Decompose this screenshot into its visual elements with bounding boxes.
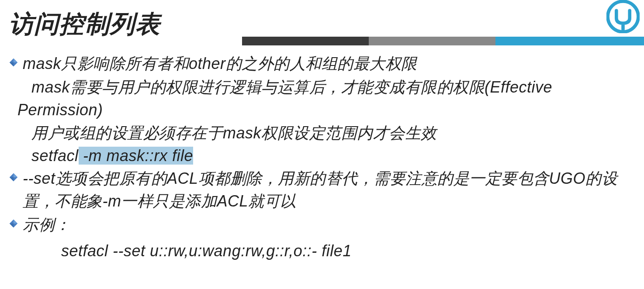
slide-container: 访问控制列表 mask只影响除所有者和other的之外的人和组的最大权限	[0, 0, 644, 289]
bar-dark	[242, 37, 369, 45]
svg-marker-2	[14, 58, 17, 62]
page-title: 访问控制列表	[9, 8, 161, 41]
header: 访问控制列表	[0, 0, 644, 48]
bullet-1-sub-d: setfacl -m mask::rx file	[31, 144, 635, 167]
setfacl-cmd-prefix: setfacl	[31, 147, 79, 165]
diamond-icon	[9, 219, 18, 228]
bullet-1-text: mask只影响除所有者和other的之外的人和组的最大权限	[23, 52, 417, 75]
bullet-item-1: mask只影响除所有者和other的之外的人和组的最大权限	[9, 52, 635, 75]
bullet-2-text: --set选项会把原有的ACL项都删除，用新的替代，需要注意的是一定要包含UGO…	[23, 167, 635, 213]
bullet-1-sub-b: Permission)	[17, 99, 635, 121]
svg-marker-6	[10, 177, 14, 181]
svg-marker-3	[10, 62, 14, 66]
bar-mid	[369, 37, 495, 45]
divider-bars	[242, 37, 644, 45]
svg-marker-8	[14, 220, 17, 224]
svg-marker-9	[10, 224, 14, 227]
bullet-1-sub-c: 用户或组的设置必须存在于mask权限设定范围内才会生效	[31, 122, 635, 144]
bullet-3-code: setfacl --set u::rw,u:wang:rw,g::r,o::- …	[61, 237, 635, 264]
content: mask只影响除所有者和other的之外的人和组的最大权限 mask需要与用户的…	[0, 48, 644, 264]
bullet-3-label: 示例：	[23, 213, 71, 236]
logo-icon	[606, 0, 640, 33]
bullet-item-2: --set选项会把原有的ACL项都删除，用新的替代，需要注意的是一定要包含UGO…	[9, 167, 635, 213]
bullet-1-sub-a: mask需要与用户的权限进行逻辑与运算后，才能变成有限的权限(Effective	[31, 76, 635, 99]
bar-blue	[495, 37, 644, 45]
svg-marker-5	[14, 173, 17, 177]
bullet-item-3: 示例：	[9, 213, 635, 236]
diamond-icon	[9, 172, 18, 182]
setfacl-cmd-highlight: -m mask::rx file	[79, 147, 194, 165]
diamond-icon	[9, 58, 18, 67]
